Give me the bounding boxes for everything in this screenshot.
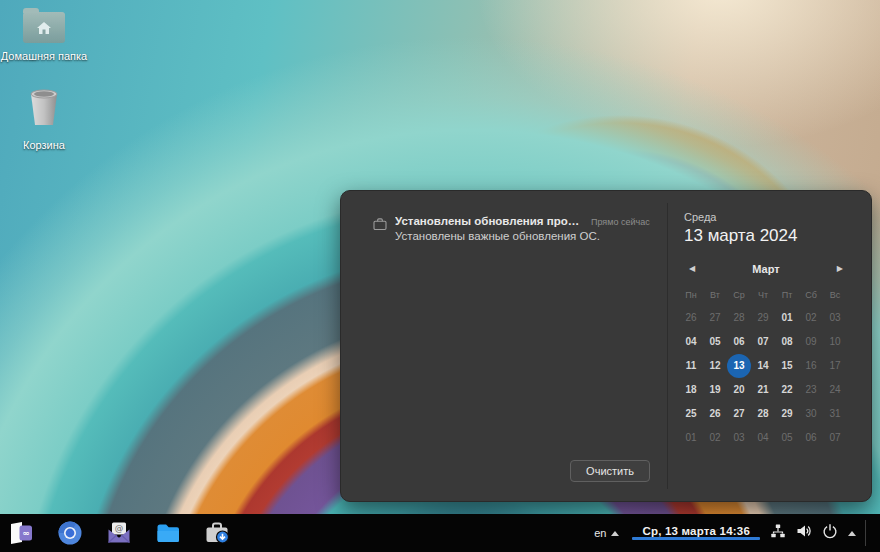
notification-item[interactable]: Установлены обновления программн… Прямо … [341, 191, 667, 242]
calendar-day[interactable]: 17 [823, 354, 847, 378]
calendar-day-header: Сб [799, 284, 823, 306]
calendar-day[interactable]: 30 [799, 402, 823, 426]
notification-timestamp: Прямо сейчас [591, 217, 650, 227]
trash-icon [0, 86, 88, 132]
calendar-month-nav: ◀ Март ▶ [682, 261, 850, 276]
launcher-icon[interactable]: ∞ [7, 519, 35, 547]
calendar-day-header: Пт [775, 284, 799, 306]
calendar-day[interactable]: 23 [799, 378, 823, 402]
calendar-notifications-popup: Установлены обновления программн… Прямо … [340, 190, 872, 502]
desktop-icon-home-folder[interactable]: Домашняя папка [0, 6, 88, 64]
calendar-day[interactable]: 27 [727, 402, 751, 426]
clock-active-indicator [632, 537, 760, 540]
clear-notifications-button[interactable]: Очистить [570, 460, 650, 482]
system-status-menu[interactable] [762, 514, 865, 552]
network-icon [770, 523, 786, 543]
clock-calendar-toggle[interactable]: Ср, 13 марта 14:36 [630, 514, 762, 552]
calendar-prev-month-button[interactable]: ◀ [682, 261, 702, 276]
calendar-day[interactable]: 11 [679, 354, 703, 378]
calendar-day[interactable]: 01 [775, 306, 799, 330]
calendar-day[interactable]: 06 [799, 426, 823, 450]
calendar-day[interactable]: 05 [703, 330, 727, 354]
svg-text:∞: ∞ [22, 528, 29, 538]
calendar-day[interactable]: 05 [775, 426, 799, 450]
taskbar: ∞ @ [0, 514, 880, 552]
calendar-day[interactable]: 26 [703, 402, 727, 426]
software-update-briefcase-icon [373, 217, 387, 235]
calendar-grid: ПнВтСрЧтПтСбВс26272829010203040506070809… [679, 284, 871, 450]
notification-list: Установлены обновления программн… Прямо … [341, 191, 667, 501]
home-folder-icon [23, 12, 65, 43]
calendar-day[interactable]: 20 [727, 378, 751, 402]
calendar-weekday-name: Среда [684, 211, 871, 223]
keyboard-layout-button[interactable]: en [583, 514, 630, 552]
calendar-day[interactable]: 16 [799, 354, 823, 378]
calendar-day[interactable]: 02 [799, 306, 823, 330]
tray-separator [865, 520, 866, 546]
calendar-day[interactable]: 10 [823, 330, 847, 354]
calendar-day[interactable]: 04 [751, 426, 775, 450]
calendar-day[interactable]: 21 [751, 378, 775, 402]
calendar-day[interactable]: 24 [823, 378, 847, 402]
calendar-next-month-button[interactable]: ▶ [830, 261, 850, 276]
calendar-day[interactable]: 22 [775, 378, 799, 402]
notification-text-block: Установлены обновления программн… Прямо … [395, 215, 650, 242]
calendar-day[interactable]: 09 [799, 330, 823, 354]
calendar-day-header: Вт [703, 284, 727, 306]
calendar-day-header: Ср [727, 284, 751, 306]
calendar-day[interactable]: 03 [727, 426, 751, 450]
calendar-month-label: Март [752, 263, 779, 275]
power-icon [822, 523, 838, 543]
calendar-day[interactable]: 29 [751, 306, 775, 330]
calendar-day[interactable]: 19 [703, 378, 727, 402]
calendar-day[interactable]: 28 [751, 402, 775, 426]
keyboard-layout-label: en [594, 527, 606, 539]
notification-title: Установлены обновления программн… [395, 215, 581, 227]
caret-up-icon [848, 531, 856, 536]
svg-text:@: @ [115, 523, 124, 533]
calendar-day[interactable]: 18 [679, 378, 703, 402]
calendar-day[interactable]: 27 [703, 306, 727, 330]
volume-icon [796, 523, 812, 543]
calendar-day[interactable]: 13 [727, 354, 751, 378]
calendar-day-header: Чт [751, 284, 775, 306]
calendar-day[interactable]: 04 [679, 330, 703, 354]
clock-label: Ср, 13 марта 14:36 [642, 525, 750, 537]
calendar-day[interactable]: 12 [703, 354, 727, 378]
calendar-day-header: Пн [679, 284, 703, 306]
notification-body: Установлены важные обновления ОС. [395, 230, 650, 242]
calendar-day[interactable]: 03 [823, 306, 847, 330]
desktop-icon-trash[interactable]: Корзина [0, 86, 88, 153]
calendar-day[interactable]: 28 [727, 306, 751, 330]
home-folder-label: Домашняя папка [1, 50, 87, 62]
calendar-day[interactable]: 14 [751, 354, 775, 378]
calendar-day[interactable]: 29 [775, 402, 799, 426]
calendar-day[interactable]: 02 [703, 426, 727, 450]
calendar-date-title: 13 марта 2024 [684, 226, 871, 246]
system-tray: en Ср, 13 марта 14:36 [583, 514, 880, 552]
desktop: Домашняя папка Корзина [0, 0, 880, 552]
calendar-day[interactable]: 01 [679, 426, 703, 450]
chromium-browser-icon[interactable] [56, 519, 84, 547]
calendar-day[interactable]: 31 [823, 402, 847, 426]
mail-client-icon[interactable]: @ [105, 519, 133, 547]
calendar-day[interactable]: 15 [775, 354, 799, 378]
calendar-day[interactable]: 07 [751, 330, 775, 354]
calendar-day[interactable]: 08 [775, 330, 799, 354]
taskbar-app-launchers: ∞ @ [0, 519, 231, 547]
file-manager-icon[interactable] [154, 519, 182, 547]
calendar-day-header: Вс [823, 284, 847, 306]
software-center-icon[interactable] [203, 519, 231, 547]
caret-up-icon [611, 531, 619, 536]
calendar-day[interactable]: 26 [679, 306, 703, 330]
trash-label: Корзина [23, 139, 65, 151]
calendar-panel: Среда 13 марта 2024 ◀ Март ▶ ПнВтСрЧтПтС… [668, 191, 871, 501]
calendar-day[interactable]: 25 [679, 402, 703, 426]
calendar-day[interactable]: 07 [823, 426, 847, 450]
calendar-day[interactable]: 06 [727, 330, 751, 354]
